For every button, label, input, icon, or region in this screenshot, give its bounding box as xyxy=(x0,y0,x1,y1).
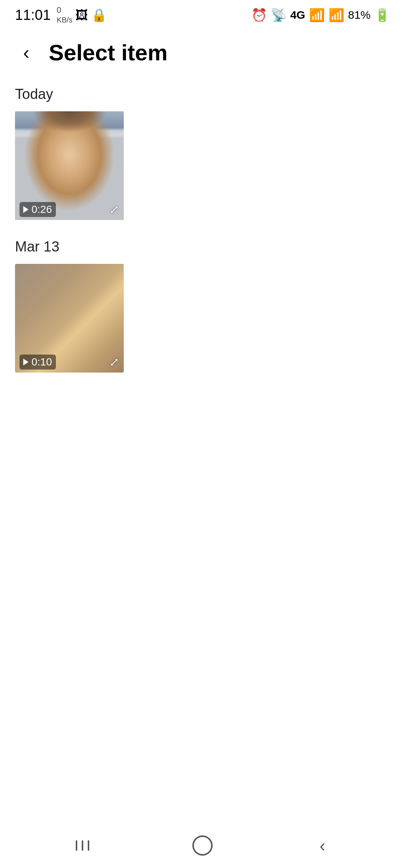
video-duration-2: 0:10 xyxy=(20,355,56,370)
nav-recent-button[interactable] xyxy=(60,831,105,861)
video-overlay-2: 0:10 ⤢ xyxy=(15,352,124,373)
back-arrow-icon: ‹ xyxy=(23,43,30,62)
alarm-icon: ⏰ xyxy=(251,7,267,22)
nav-home-button[interactable] xyxy=(180,831,225,861)
status-icons-left: 0KB/s 🖼 🔒 xyxy=(57,5,107,25)
nav-home-icon xyxy=(192,835,213,856)
status-bar: 11:01 0KB/s 🖼 🔒 ⏰ 📡 4G 📶 📶 81% 🔋 xyxy=(0,0,405,30)
section-today: Today 0:26 ⤢ xyxy=(15,86,390,220)
nav-bar: ‹ xyxy=(0,823,405,868)
video-duration-1: 0:26 xyxy=(20,202,56,217)
video-overlay-1: 0:26 ⤢ xyxy=(15,199,124,220)
page-title: Select item xyxy=(49,40,168,66)
battery-label: 81% xyxy=(348,9,370,21)
gallery-icon: 🖼 xyxy=(75,8,88,22)
play-icon-1 xyxy=(23,206,28,213)
back-button[interactable]: ‹ xyxy=(15,41,38,64)
4g-label: 4G xyxy=(290,9,305,21)
signal-icon-1: 📶 xyxy=(309,7,325,22)
lock-icon: 🔒 xyxy=(91,7,107,22)
duration-text-1: 0:26 xyxy=(32,204,52,216)
nav-back-button[interactable]: ‹ xyxy=(300,831,345,861)
status-time: 11:01 xyxy=(15,7,51,23)
signal-icon-2: 📶 xyxy=(328,7,344,22)
video-item-2[interactable]: 0:10 ⤢ xyxy=(15,264,124,373)
status-left: 11:01 0KB/s 🖼 🔒 xyxy=(15,5,107,25)
section-label-today: Today xyxy=(15,86,390,102)
expand-icon-1[interactable]: ⤢ xyxy=(109,202,119,217)
media-grid-today: 0:26 ⤢ xyxy=(15,111,390,220)
play-icon-2 xyxy=(23,359,28,365)
section-label-mar13: Mar 13 xyxy=(15,239,390,255)
duration-text-2: 0:10 xyxy=(32,356,52,368)
status-right: ⏰ 📡 4G 📶 📶 81% 🔋 xyxy=(251,7,390,22)
battery-icon: 🔋 xyxy=(374,7,390,22)
video-item-1[interactable]: 0:26 ⤢ xyxy=(15,111,124,220)
kb-icon: 0KB/s xyxy=(57,5,72,25)
nav-recent-icon xyxy=(75,840,90,851)
wifi-icon: 📡 xyxy=(271,7,286,22)
header: ‹ Select item xyxy=(0,30,405,75)
media-grid-mar13: 0:10 ⤢ xyxy=(15,264,390,373)
nav-back-icon: ‹ xyxy=(320,835,325,856)
content: Today 0:26 ⤢ Mar 13 xyxy=(0,75,405,399)
expand-icon-2[interactable]: ⤢ xyxy=(109,355,119,369)
section-mar13: Mar 13 0:10 ⤢ xyxy=(15,239,390,373)
